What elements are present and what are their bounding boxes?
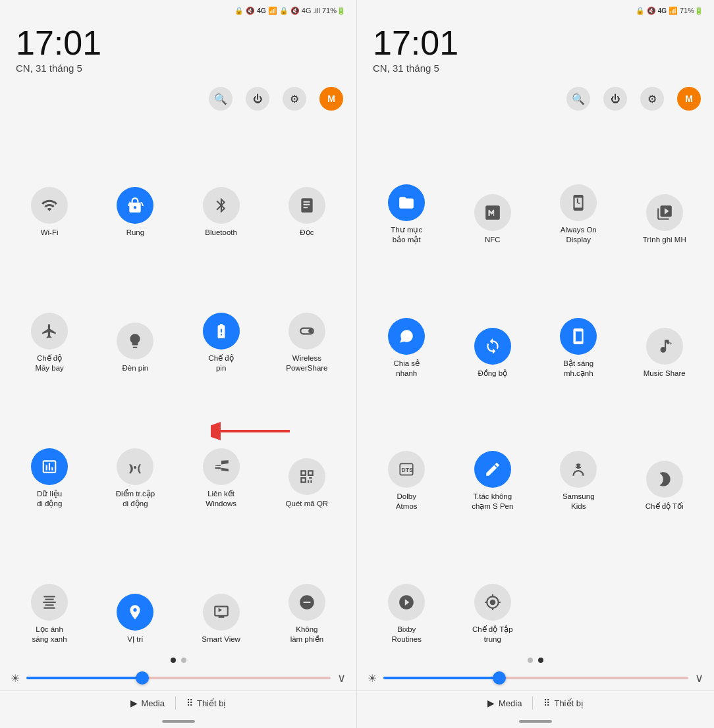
quick-share-tile[interactable]: Chia sẻnhanh xyxy=(365,254,449,384)
bluetooth-icon xyxy=(203,187,240,224)
left-grid: Wi-Fi Rung Bluetooth Đọc xyxy=(0,118,356,654)
left-power-button[interactable]: ⏻ xyxy=(246,87,269,111)
left-media-button[interactable]: ▶ Media xyxy=(130,698,165,708)
left-device-label: Thiết bị xyxy=(197,698,227,708)
dolby-icon: DTS xyxy=(388,451,425,488)
music-share-tile[interactable]: Music Share xyxy=(623,254,707,384)
left-dot-2 xyxy=(181,658,186,663)
torch-tile[interactable]: Đèn pin xyxy=(94,247,177,380)
torch-label: Đèn pin xyxy=(123,363,149,373)
left-avatar-button[interactable]: M xyxy=(319,87,343,111)
right-brightness-expand[interactable]: ∨ xyxy=(695,671,703,685)
right-date: CN, 31 tháng 5 xyxy=(373,63,698,74)
svg-text:DTS: DTS xyxy=(402,467,414,473)
left-settings-button[interactable]: ⚙ xyxy=(283,87,306,111)
right-media-label: Media xyxy=(499,698,522,708)
left-brightness-expand[interactable]: ∨ xyxy=(337,671,346,685)
right-settings-button[interactable]: ⚙ xyxy=(640,87,664,111)
right-media-button[interactable]: ▶ Media xyxy=(487,698,522,708)
always-on-tile[interactable]: Always OnDisplay xyxy=(537,121,620,251)
svg-point-11 xyxy=(576,465,577,467)
right-status-icons: 🔒 🔇 4G 📶 71%🔋 xyxy=(636,7,703,15)
wireless-power-tile[interactable]: WirelessPowerShare xyxy=(265,247,348,380)
smart-view-tile[interactable]: Smart View xyxy=(180,518,263,651)
right-battery: 71%🔋 xyxy=(680,7,703,15)
right-device-button[interactable]: ⠿ Thiết bị xyxy=(543,698,584,708)
music-share-icon xyxy=(646,328,683,365)
screen-record-label: Trình ghi MH xyxy=(643,235,686,245)
link-windows-label: Liên kếtWindows xyxy=(206,489,236,509)
dark-mode-icon xyxy=(646,461,683,498)
right-home-bar[interactable] xyxy=(519,720,552,723)
bixby-label: BixbyRoutines xyxy=(392,625,422,644)
battery-save-tile[interactable]: Chế độpin xyxy=(180,247,263,380)
edge-light-tile[interactable]: Bật sángmh.cạnh xyxy=(537,254,620,384)
left-battery: 🔒 🔇 4G .ill 71%🔋 xyxy=(279,7,346,15)
bixby-tile[interactable]: BixbyRoutines xyxy=(365,521,449,651)
left-brightness-thumb[interactable] xyxy=(136,671,149,685)
battery-save-label: Chế độpin xyxy=(208,353,233,373)
right-search-button[interactable]: 🔍 xyxy=(566,87,590,111)
spen-tile[interactable]: T.tác khôngchạm S Pen xyxy=(451,388,535,518)
mobile-data-label: Dữ liệudi động xyxy=(37,489,62,509)
location-tile[interactable]: Vị trí xyxy=(94,518,177,651)
rung-tile[interactable]: Rung xyxy=(94,121,177,244)
focus-tile[interactable]: Chế độ Tậptrung xyxy=(451,521,535,651)
wifi-tile[interactable]: Wi-Fi xyxy=(8,121,91,244)
music-share-label: Music Share xyxy=(644,369,686,378)
bluetooth-tile[interactable]: Bluetooth xyxy=(180,121,263,244)
quick-share-label: Chia sẻnhanh xyxy=(393,359,420,378)
right-brightness-track[interactable] xyxy=(383,677,688,679)
svg-rect-2 xyxy=(43,602,56,603)
left-device-button[interactable]: ⠿ Thiết bị xyxy=(186,698,227,708)
right-bottom-divider xyxy=(532,696,533,710)
nfc-tile[interactable]: NFC xyxy=(451,121,535,251)
torch-icon xyxy=(117,323,153,359)
right-brightness-thumb[interactable] xyxy=(493,671,506,685)
qr-tile[interactable]: Quét mã QR xyxy=(265,382,348,515)
dolby-tile[interactable]: DTS DolbyAtmos xyxy=(365,388,449,518)
right-power-button[interactable]: ⏻ xyxy=(603,87,627,111)
spen-label: T.tác khôngchạm S Pen xyxy=(472,492,513,511)
left-dot-1 xyxy=(171,658,176,663)
right-avatar-button[interactable]: M xyxy=(677,87,701,111)
right-device-label: Thiết bị xyxy=(554,698,584,708)
qr-icon xyxy=(288,458,325,495)
svg-rect-3 xyxy=(45,604,54,606)
left-brightness-icon: ☀ xyxy=(11,672,20,685)
left-status-icons: 🔒 🔇 4G 📶 🔒 🔇 4G .ill 71%🔋 xyxy=(234,7,346,15)
left-home-bar[interactable] xyxy=(162,720,195,723)
screen-record-tile[interactable]: Trình ghi MH xyxy=(623,121,707,251)
dark-mode-tile[interactable]: Chế độ Tối xyxy=(623,388,707,518)
samsung-kids-icon xyxy=(560,451,597,488)
right-time-section: 17:01 CN, 31 tháng 5 xyxy=(357,19,714,84)
dnd-tile[interactable]: Khônglàm phiền xyxy=(265,518,348,651)
left-bottom-bar: ▶ Media ⠿ Thiết bị xyxy=(0,690,356,717)
right-bottom-bar: ▶ Media ⠿ Thiết bị xyxy=(357,690,714,717)
left-date: CN, 31 tháng 5 xyxy=(16,63,341,74)
mobile-data-tile[interactable]: Dữ liệudi động xyxy=(8,382,91,515)
left-media-icon: ▶ xyxy=(130,698,138,708)
doc-tile[interactable]: Đọc xyxy=(265,121,348,244)
svg-point-12 xyxy=(580,465,581,467)
right-dot-1 xyxy=(528,658,533,663)
smart-view-icon xyxy=(203,594,240,631)
folder-tile[interactable]: Thư mụcbảo mật xyxy=(365,121,449,251)
samsung-kids-tile[interactable]: SamsungKids xyxy=(537,388,620,518)
left-page-dots xyxy=(0,654,356,667)
hotspot-icon xyxy=(117,448,153,485)
left-media-label: Media xyxy=(142,698,165,708)
blue-filter-tile[interactable]: Lọc ánhsáng xanh xyxy=(8,518,91,651)
focus-label: Chế độ Tậptrung xyxy=(472,625,513,644)
left-search-button[interactable]: 🔍 xyxy=(209,87,233,111)
edge-light-label: Bật sángmh.cạnh xyxy=(563,359,593,378)
right-status-bar: 🔒 🔇 4G 📶 71%🔋 xyxy=(357,0,714,19)
wifi-icon xyxy=(31,187,68,224)
doc-label: Đọc xyxy=(300,228,314,238)
airplane-tile[interactable]: Chế độMáy bay xyxy=(8,247,91,380)
left-device-icon: ⠿ xyxy=(186,698,193,708)
sync-tile[interactable]: Đồng bộ xyxy=(451,254,535,384)
hotspot-tile[interactable]: Điểm tr.cậpdi động xyxy=(94,382,177,515)
left-brightness-track[interactable] xyxy=(26,677,331,679)
link-windows-tile[interactable]: Liên kếtWindows xyxy=(180,382,263,515)
